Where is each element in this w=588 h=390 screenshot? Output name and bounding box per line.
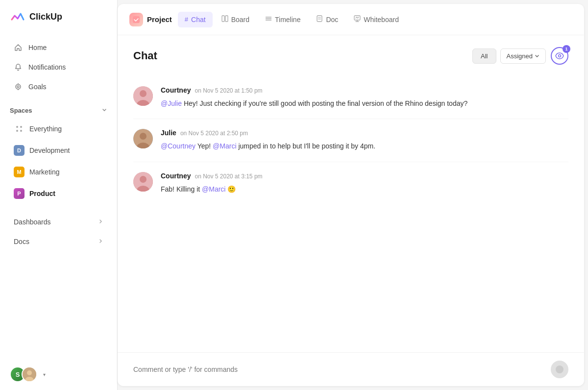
footer-chevron-icon: ▾ (43, 372, 46, 377)
mention-julie: @Julie (161, 99, 182, 107)
avatar-courtney-1 (133, 86, 153, 106)
sidebar-item-dashboards[interactable]: Dashboards (4, 213, 113, 231)
sidebar-nav: Home Notifications Goals (0, 33, 117, 101)
svg-rect-13 (225, 16, 228, 22)
message-content-2: Julie on Nov 5 2020 at 2:50 pm @Courtney… (161, 129, 568, 151)
comment-input-area (118, 352, 584, 386)
message-time-3: on Nov 5 2020 at 3:15 pm (195, 173, 262, 180)
spaces-section-header[interactable]: Spaces (0, 101, 117, 118)
sidebar-item-home-label: Home (28, 44, 47, 51)
development-badge: D (14, 145, 24, 156)
sidebar-item-goals-label: Goals (28, 83, 47, 91)
tab-doc-label: Doc (326, 16, 338, 24)
message-time-2: on Nov 5 2020 at 2:50 pm (180, 130, 248, 137)
sidebar-item-notifications-label: Notifications (28, 63, 66, 71)
svg-rect-11 (133, 16, 140, 23)
avatar-courtney-2 (133, 172, 153, 192)
tab-board-label: Board (231, 16, 249, 24)
sidebar-item-product[interactable]: P Product (4, 184, 113, 203)
message-card-3: Courtney on Nov 5 2020 at 3:15 pm Fab! K… (133, 162, 568, 204)
logo-text: ClickUp (29, 12, 62, 22)
marketing-badge: M (14, 167, 24, 177)
sidebar-footer[interactable]: S ▾ (0, 359, 117, 390)
sidebar-item-goals[interactable]: Goals (4, 77, 113, 96)
svg-rect-12 (222, 16, 224, 22)
project-icon (129, 13, 143, 26)
dashboards-label: Dashboards (14, 218, 51, 226)
svg-point-7 (20, 130, 22, 132)
message-text-1: @Julie Hey! Just checking if you're stil… (161, 98, 568, 109)
home-icon (14, 43, 23, 52)
sidebar-item-everything[interactable]: Everything (4, 119, 113, 139)
message-author-1: Courtney (161, 86, 191, 94)
message-card-2: Julie on Nov 5 2020 at 2:50 pm @Courtney… (133, 119, 568, 162)
tab-timeline[interactable]: Timeline (258, 11, 307, 27)
tab-whiteboard-label: Whiteboard (364, 16, 399, 24)
svg-point-1 (17, 86, 19, 88)
sidebar-item-development-label: Development (29, 146, 70, 154)
svg-point-21 (559, 55, 561, 57)
message-meta-3: Courtney on Nov 5 2020 at 3:15 pm (161, 172, 568, 180)
avatar-julie-1 (133, 129, 153, 148)
svg-point-9 (27, 370, 32, 375)
sidebar-item-docs[interactable]: Docs (4, 233, 113, 250)
svg-point-26 (140, 133, 147, 140)
svg-point-0 (16, 84, 21, 89)
bell-icon (14, 63, 23, 72)
sidebar-item-everything-label: Everything (29, 125, 62, 133)
chat-header: Chat All Assigned (118, 35, 584, 73)
tab-board[interactable]: Board (215, 11, 256, 27)
filter-assigned-button[interactable]: Assigned (500, 49, 546, 64)
doc-icon (316, 15, 323, 24)
chat-area: Chat All Assigned (118, 35, 584, 386)
mention-marci: @Marci (213, 142, 236, 150)
svg-point-4 (16, 126, 18, 128)
timeline-icon (265, 15, 272, 24)
svg-point-5 (20, 126, 22, 128)
message-author-2: Julie (161, 129, 176, 137)
mention-marci-2: @Marci (202, 185, 225, 193)
message-content-1: Courtney on Nov 5 2020 at 1:50 pm @Julie… (161, 86, 568, 109)
send-button[interactable] (551, 361, 568, 378)
top-nav: Project # Chat Board Tim (118, 4, 584, 35)
sidebar-item-notifications[interactable]: Notifications (4, 58, 113, 76)
main-content: Project # Chat Board Tim (118, 4, 584, 386)
message-text-3: Fab! Killing it @Marci 🙂 (161, 184, 568, 195)
message-author-3: Courtney (161, 172, 191, 180)
docs-chevron-icon (98, 238, 103, 245)
spaces-label: Spaces (10, 107, 32, 114)
filter-all-button[interactable]: All (472, 49, 496, 64)
sidebar-item-development[interactable]: D Development (4, 141, 113, 160)
board-icon (221, 15, 228, 24)
sidebar-item-marketing[interactable]: M Marketing (4, 162, 113, 182)
tab-chat[interactable]: # Chat (178, 12, 213, 27)
hash-icon: # (185, 16, 188, 23)
svg-point-31 (556, 366, 564, 373)
product-badge: P (14, 188, 24, 199)
chat-filters: All Assigned (472, 49, 546, 64)
sidebar-item-home[interactable]: Home (4, 38, 113, 57)
logo[interactable]: ClickUp (0, 0, 117, 33)
sidebar-item-product-label: Product (29, 190, 55, 197)
mention-courtney: @Courtney (161, 142, 196, 150)
svg-point-6 (16, 130, 18, 132)
message-text-2: @Courtney Yep! @Marci jumped in to help … (161, 141, 568, 151)
svg-point-23 (140, 90, 147, 97)
everything-icon (14, 123, 24, 134)
sidebar: ClickUp Home Notifications (0, 0, 118, 390)
project-text: Project (147, 15, 172, 24)
message-meta-2: Julie on Nov 5 2020 at 2:50 pm (161, 129, 568, 137)
eye-button[interactable]: 1 (551, 47, 568, 65)
comment-input[interactable] (133, 366, 551, 373)
goals-icon (14, 82, 23, 91)
svg-rect-17 (317, 16, 322, 22)
message-meta-1: Courtney on Nov 5 2020 at 1:50 pm (161, 86, 568, 94)
assigned-chevron-icon (535, 52, 539, 60)
docs-label: Docs (14, 238, 29, 245)
tab-doc[interactable]: Doc (309, 11, 345, 27)
project-label: Project (129, 13, 176, 26)
tab-whiteboard[interactable]: Whiteboard (347, 11, 406, 27)
dashboards-chevron-icon (98, 218, 103, 226)
user-avatars: S (10, 366, 37, 382)
tab-chat-label: Chat (191, 16, 206, 24)
